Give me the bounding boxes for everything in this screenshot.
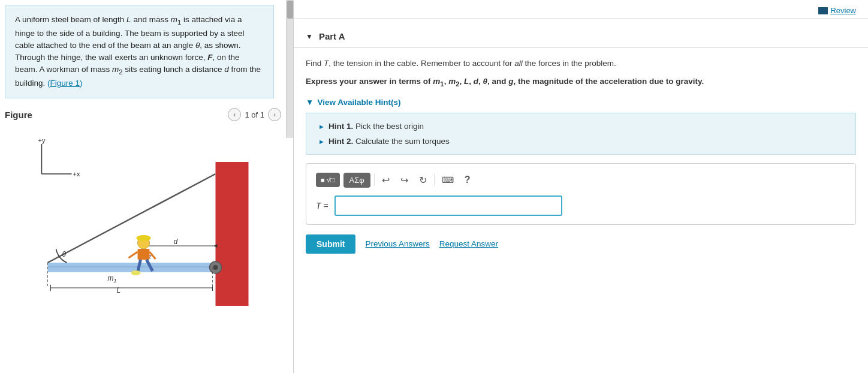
- problem-text: A uniform steel beam of length L and mas…: [15, 15, 261, 88]
- action-row: Submit Previous Answers Request Answer: [306, 232, 856, 256]
- figure-prev-button[interactable]: ‹: [228, 108, 241, 121]
- top-divider: [294, 19, 868, 19]
- help-button[interactable]: ?: [461, 172, 474, 188]
- svg-rect-4: [216, 162, 249, 306]
- svg-rect-5: [48, 263, 217, 272]
- right-panel: Review ▼ Part A Find T, the tension in t…: [294, 0, 868, 373]
- svg-line-9: [48, 174, 216, 263]
- request-answer-button[interactable]: Request Answer: [439, 239, 498, 248]
- svg-rect-21: [138, 249, 150, 260]
- scrollbar-thumb[interactable]: [287, 1, 293, 19]
- symbol-button[interactable]: ΑΣφ: [343, 173, 370, 188]
- figure-header: Figure ‹ 1 of 1 ›: [0, 103, 293, 126]
- svg-point-20: [137, 235, 151, 241]
- redo-button[interactable]: ↪: [397, 172, 412, 188]
- figure-label: Figure: [5, 110, 32, 120]
- figure-next-button[interactable]: ›: [268, 108, 281, 121]
- undo-button[interactable]: ↩: [378, 172, 393, 188]
- hint-2-text: Hint 2. Calculate the sum torques: [328, 137, 450, 146]
- hint-2-arrow[interactable]: ►: [318, 138, 325, 145]
- input-row: T =: [316, 195, 846, 216]
- left-panel: A uniform steel beam of length L and mas…: [0, 0, 294, 373]
- hint-1-arrow[interactable]: ►: [318, 123, 325, 130]
- figure-page: 1 of 1: [245, 110, 264, 119]
- svg-text:+x: +x: [73, 170, 80, 178]
- review-link[interactable]: Review: [818, 6, 856, 15]
- find-description: Find T, the tension in the cable. Rememb…: [306, 58, 856, 70]
- matrix-icon: ■: [321, 176, 325, 184]
- figure-diagram: +y +x d θ m2: [0, 126, 281, 306]
- hint-1: ► Hint 1. Pick the best origin: [318, 122, 843, 131]
- problem-description: A uniform steel beam of length L and mas…: [5, 5, 274, 98]
- hint-toggle-label: View Available Hint(s): [317, 98, 400, 107]
- review-label: Review: [830, 6, 856, 15]
- figure-navigation: ‹ 1 of 1 ›: [228, 108, 281, 121]
- review-section: Review: [294, 0, 868, 19]
- part-label: Part A: [319, 31, 345, 41]
- hint-1-text: Hint 1. Pick the best origin: [328, 122, 424, 131]
- hint-2: ► Hint 2. Calculate the sum torques: [318, 137, 843, 146]
- svg-text:d: d: [174, 237, 178, 246]
- svg-point-24: [131, 270, 141, 275]
- hint-toggle-arrow: ▼: [306, 98, 314, 107]
- part-header: ▼ Part A: [294, 25, 868, 48]
- figure-area: +y +x d θ m2: [0, 126, 281, 373]
- symbol-label: ΑΣφ: [349, 176, 364, 185]
- hints-box: ► Hint 1. Pick the best origin ► Hint 2.…: [306, 113, 856, 155]
- svg-text:L: L: [117, 286, 121, 294]
- svg-point-8: [213, 265, 218, 270]
- answer-box: ■ √□ ΑΣφ ↩ ↪ ↻ ⌨ ? T =: [306, 163, 856, 225]
- part-content: Find T, the tension in the cable. Rememb…: [294, 48, 868, 266]
- toolbar-divider-2: [434, 174, 435, 186]
- toolbar-divider-1: [374, 174, 375, 186]
- matrix-button[interactable]: ■ √□: [316, 173, 340, 187]
- math-toolbar: ■ √□ ΑΣφ ↩ ↪ ↻ ⌨ ?: [316, 172, 846, 188]
- svg-line-25: [129, 252, 138, 258]
- hint-toggle[interactable]: ▼ View Available Hint(s): [306, 98, 856, 107]
- refresh-button[interactable]: ↻: [415, 172, 430, 188]
- answer-input[interactable]: [334, 195, 562, 216]
- express-description: Express your answer in terms of m1, m2, …: [306, 76, 856, 89]
- review-icon: [818, 7, 828, 14]
- part-collapse-icon[interactable]: ▼: [306, 32, 313, 41]
- previous-answers-button[interactable]: Previous Answers: [365, 239, 429, 248]
- keyboard-button[interactable]: ⌨: [438, 173, 457, 187]
- svg-text:m1: m1: [108, 274, 117, 284]
- answer-label: T =: [316, 201, 328, 210]
- svg-text:+y: +y: [38, 137, 46, 144]
- svg-text:θ: θ: [62, 250, 67, 258]
- figure-link[interactable]: (Figure 1): [47, 79, 83, 88]
- left-scrollbar[interactable]: [286, 0, 293, 138]
- submit-button[interactable]: Submit: [306, 234, 355, 254]
